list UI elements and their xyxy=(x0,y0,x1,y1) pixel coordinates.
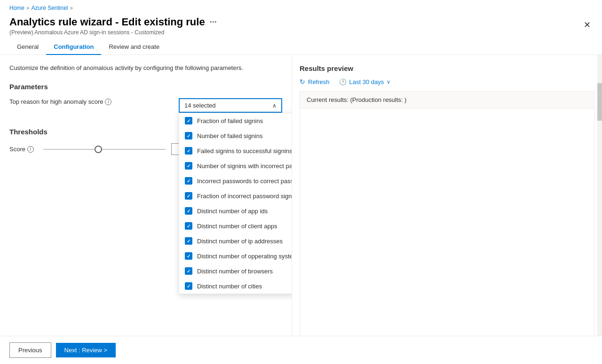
dropdown-container: 14 selected ∧ Fraction of failed signins… xyxy=(179,98,282,113)
breadcrumb-sentinel[interactable]: Azure Sentinel xyxy=(31,5,68,11)
param-row: Top reason for high anomaly score i 14 s… xyxy=(9,98,282,113)
checkbox[interactable] xyxy=(185,252,192,260)
dropdown-item[interactable]: Number of failed signins xyxy=(179,128,292,143)
right-scrollbar[interactable] xyxy=(597,55,602,351)
slider-track xyxy=(43,149,166,150)
dropdown-item[interactable]: Distinct number of cities xyxy=(179,279,292,294)
dropdown-item[interactable]: Distinct number of browsers xyxy=(179,263,292,279)
page-title-block: Analytics rule wizard - Edit existing ru… xyxy=(9,16,217,36)
dropdown-item[interactable]: Incorrect passwords to correct passwords… xyxy=(179,173,292,188)
refresh-icon: ↻ xyxy=(300,78,305,85)
dropdown-item[interactable]: Number of signins with incorrect passwor… xyxy=(179,158,292,173)
dropdown-item[interactable]: Fraction of failed signins xyxy=(179,113,292,128)
checkbox[interactable] xyxy=(185,267,192,275)
checkbox[interactable] xyxy=(185,207,192,215)
dropdown-item-label: Number of failed signins xyxy=(197,132,262,139)
dropdown-item-label: Failed signins to successful signins rat… xyxy=(197,147,292,155)
results-header-row: Current results: (Production results: ) xyxy=(300,92,594,108)
previous-button[interactable]: Previous xyxy=(9,342,51,358)
right-scrollbar-thumb xyxy=(597,83,602,121)
description-text: Customize the definition of anomalous ac… xyxy=(9,64,282,71)
param-label: Top reason for high anomaly score i xyxy=(9,98,169,105)
parameters-section-title: Parameters xyxy=(9,83,282,91)
right-panel: Results preview ↻ Refresh 🕐 Last 30 days… xyxy=(292,55,602,351)
param-label-text: Top reason for high anomaly score xyxy=(9,98,103,105)
dropdown-item-label: Number of signins with incorrect passwor… xyxy=(197,163,292,170)
results-title: Results preview xyxy=(300,64,594,72)
page-header: Analytics rule wizard - Edit existing ru… xyxy=(0,14,602,39)
dropdown-item[interactable]: Distinct number of opperating systems xyxy=(179,248,292,263)
dropdown-list: Fraction of failed signinsNumber of fail… xyxy=(179,113,292,294)
checkbox[interactable] xyxy=(185,132,192,139)
param-info-icon[interactable]: i xyxy=(105,99,111,105)
clock-icon: 🕐 xyxy=(339,78,347,85)
dropdown-item[interactable]: Distinct number of client apps xyxy=(179,218,292,233)
checkbox[interactable] xyxy=(185,192,192,200)
timerange-button[interactable]: 🕐 Last 30 days ∨ xyxy=(339,78,391,85)
dropdown-item[interactable]: Distinct number of app ids xyxy=(179,203,292,218)
more-options-icon[interactable]: ··· xyxy=(210,17,217,27)
dropdown-item-label: Distinct number of cities xyxy=(197,283,262,290)
breadcrumb-home[interactable]: Home xyxy=(9,5,24,11)
tabs-bar: General Configuration Review and create xyxy=(0,39,602,55)
checkbox[interactable] xyxy=(185,237,192,245)
checkbox[interactable] xyxy=(185,282,192,290)
checkbox[interactable] xyxy=(185,117,192,124)
checkbox[interactable] xyxy=(185,222,192,230)
dropdown-item[interactable]: Distinct number of ip addresses xyxy=(179,233,292,248)
dropdown-item-label: Distinct number of client apps xyxy=(197,223,277,230)
refresh-label: Refresh xyxy=(308,78,330,85)
breadcrumb-sep2: > xyxy=(70,5,73,11)
dropdown-item-label: Distinct number of browsers xyxy=(197,268,273,275)
tab-review[interactable]: Review and create xyxy=(101,39,167,55)
score-label-text: Score xyxy=(9,146,25,153)
page-title-text: Analytics rule wizard - Edit existing ru… xyxy=(9,16,205,28)
checkbox[interactable] xyxy=(185,162,192,170)
timerange-label: Last 30 days xyxy=(349,78,384,85)
dropdown-item-label: Distinct number of opperating systems xyxy=(197,253,292,260)
dropdown-item-label: Incorrect passwords to correct passwords… xyxy=(197,178,292,185)
tab-general[interactable]: General xyxy=(9,39,46,55)
dropdown-item-label: Fraction of incorrect password signins xyxy=(197,193,292,200)
dropdown-item-label: Distinct number of ip addresses xyxy=(197,238,283,245)
bottom-bar: Previous Next : Review > xyxy=(0,336,602,364)
main-content: Customize the definition of anomalous ac… xyxy=(0,55,602,351)
chevron-down-icon: ∨ xyxy=(387,79,390,85)
refresh-button[interactable]: ↻ Refresh xyxy=(300,78,330,85)
results-toolbar: ↻ Refresh 🕐 Last 30 days ∨ xyxy=(300,78,594,85)
current-results-text: Current results: (Production results: ) xyxy=(307,96,406,103)
score-slider[interactable] xyxy=(43,145,166,154)
dropdown-list-inner: Fraction of failed signinsNumber of fail… xyxy=(179,113,292,294)
page-subtitle: (Preview) Anomalous Azure AD sign-in ses… xyxy=(9,29,217,36)
left-panel: Customize the definition of anomalous ac… xyxy=(0,55,292,351)
next-button[interactable]: Next : Review > xyxy=(56,343,116,357)
slider-thumb[interactable] xyxy=(95,146,102,153)
tab-configuration[interactable]: Configuration xyxy=(46,39,101,55)
breadcrumb-sep1: > xyxy=(26,5,29,11)
close-button[interactable]: ✕ xyxy=(582,18,593,32)
dropdown-trigger[interactable]: 14 selected ∧ xyxy=(179,98,282,113)
results-preview-box: Current results: (Production results: ) xyxy=(300,91,594,351)
dropdown-item-label: Fraction of failed signins xyxy=(197,117,263,124)
chevron-up-icon: ∧ xyxy=(272,102,277,109)
dropdown-selected-text: 14 selected xyxy=(184,102,216,109)
breadcrumb: Home > Azure Sentinel > xyxy=(0,0,602,14)
checkbox[interactable] xyxy=(185,177,192,185)
checkbox[interactable] xyxy=(185,147,192,155)
dropdown-item[interactable]: Failed signins to successful signins rat… xyxy=(179,143,292,158)
score-info-icon[interactable]: i xyxy=(27,146,34,153)
score-label: Score i xyxy=(9,146,38,153)
dropdown-item[interactable]: Fraction of incorrect password signins xyxy=(179,188,292,203)
dropdown-item-label: Distinct number of app ids xyxy=(197,208,268,215)
page-title: Analytics rule wizard - Edit existing ru… xyxy=(9,16,217,28)
